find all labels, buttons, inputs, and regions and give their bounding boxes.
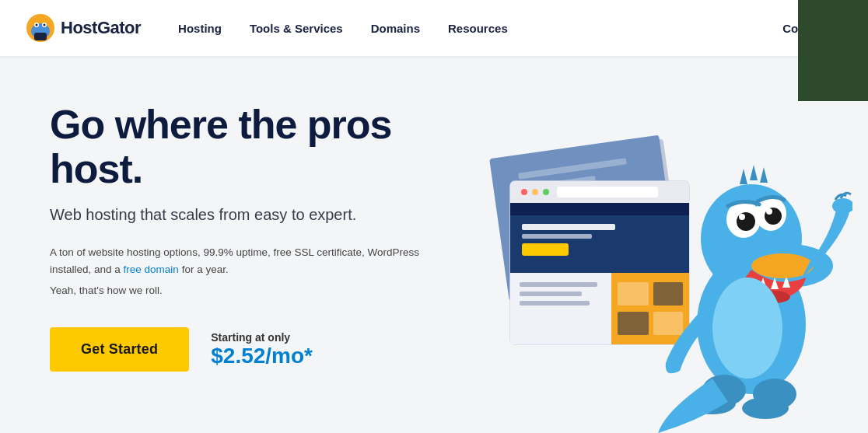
svg-rect-25	[520, 292, 582, 296]
svg-rect-17	[557, 187, 658, 197]
hero-headline: Go where the pros host.	[50, 103, 454, 191]
hero-subheadline: Web hosting that scales from easy to exp…	[50, 204, 454, 225]
navbar: HostGator Hosting Tools & Services Domai…	[0, 0, 868, 56]
svg-point-44	[766, 208, 772, 215]
svg-marker-54	[760, 167, 768, 183]
gator-svg	[650, 122, 852, 433]
svg-point-41	[737, 212, 755, 231]
logo-text: HostGator	[61, 18, 141, 38]
logo-gator-icon	[25, 12, 56, 44]
svg-point-51	[742, 397, 789, 419]
svg-rect-22	[522, 243, 569, 256]
svg-point-46	[832, 198, 852, 214]
svg-point-15	[532, 189, 538, 195]
price-display: $2.52/mo*	[211, 345, 313, 367]
svg-rect-6	[34, 33, 47, 40]
svg-point-14	[521, 189, 527, 195]
svg-rect-21	[522, 234, 592, 239]
logo-link[interactable]: HostGator	[25, 12, 141, 44]
cta-row: Get Started Starting at only $2.52/mo*	[50, 327, 454, 372]
svg-rect-20	[522, 224, 615, 230]
svg-marker-53	[750, 165, 758, 180]
nav-link-domains[interactable]: Domains	[371, 22, 420, 35]
svg-marker-52	[740, 169, 747, 184]
hero-section: Go where the pros host. Web hosting that…	[0, 56, 868, 433]
nav-link-resources[interactable]: Resources	[448, 22, 508, 35]
nav-link-hosting[interactable]: Hosting	[178, 22, 222, 35]
gator-mascot	[650, 122, 852, 433]
starting-at-label: Starting at only	[211, 331, 313, 344]
pricing-info: Starting at only $2.52/mo*	[211, 331, 313, 367]
hero-description: A ton of website hosting options, 99.9% …	[50, 244, 454, 278]
svg-rect-26	[520, 301, 590, 306]
hero-content: Go where the pros host. Web hosting that…	[50, 93, 454, 372]
hero-description-text-start: A ton of website hosting options, 99.9% …	[50, 246, 419, 275]
svg-point-5	[44, 24, 46, 26]
svg-point-43	[739, 214, 745, 220]
dark-accent-block	[798, 0, 868, 101]
svg-point-47	[712, 278, 782, 379]
svg-point-16	[543, 189, 549, 195]
svg-rect-30	[618, 312, 649, 335]
nav-link-tools[interactable]: Tools & Services	[250, 22, 343, 35]
get-started-button[interactable]: Get Started	[50, 327, 189, 372]
svg-rect-24	[520, 282, 597, 287]
free-domain-link[interactable]: free domain	[124, 264, 179, 275]
hero-description-text-end: for a year.	[179, 264, 229, 275]
hero-tagline: Yeah, that's how we roll.	[50, 285, 454, 296]
nav-links: Hosting Tools & Services Domains Resourc…	[178, 22, 782, 35]
svg-rect-28	[618, 282, 649, 306]
svg-point-4	[36, 24, 38, 26]
